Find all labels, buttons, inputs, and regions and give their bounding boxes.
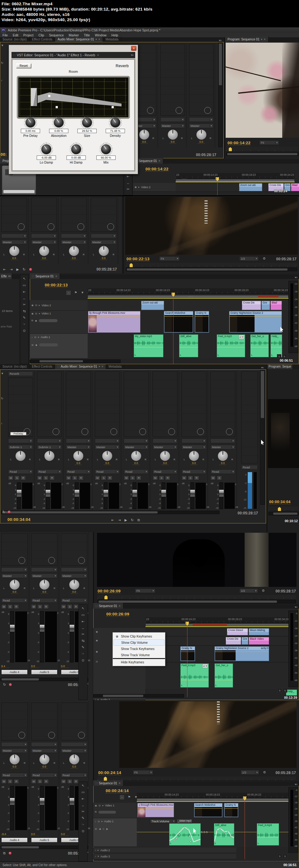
pan-knob[interactable] bbox=[10, 580, 20, 590]
program-timecode[interactable]: 00:00:34:04 bbox=[269, 500, 291, 504]
panel-menu-icon[interactable]: ▾≡ bbox=[295, 783, 299, 786]
room-handle[interactable] bbox=[56, 106, 58, 108]
volume-fader[interactable] bbox=[191, 483, 194, 509]
program-timecode[interactable]: 00:00:14:22 bbox=[228, 141, 251, 146]
output-assign-dropdown[interactable]: Master▾ bbox=[95, 445, 120, 450]
volume-fader[interactable] bbox=[17, 483, 21, 509]
vst-knob[interactable] bbox=[26, 118, 35, 127]
effects-rack[interactable] bbox=[31, 533, 58, 566]
volume-fader[interactable] bbox=[46, 483, 50, 509]
clip-feel-it[interactable]: Feel_it.mp3 el ▾ L bbox=[217, 334, 245, 357]
program-marker-row[interactable] bbox=[226, 147, 298, 151]
clip-feel-it-keyframed[interactable]: Feel_it.mp3 L bbox=[257, 823, 279, 846]
output-assign-dropdown[interactable]: Master▾ bbox=[1, 748, 28, 753]
close-icon[interactable]: × bbox=[119, 781, 121, 785]
pan-knob[interactable] bbox=[168, 130, 178, 140]
pan-knob[interactable] bbox=[102, 451, 112, 461]
keyframe-nav-icon[interactable]: ◆ bbox=[35, 319, 37, 322]
track-volume-dropdown[interactable]: Track:Volume▾ bbox=[150, 819, 176, 824]
effects-rack[interactable]: 0.00 ms PreDelay bbox=[8, 377, 33, 437]
pan-knob[interactable] bbox=[39, 246, 49, 256]
ripple-edit-tool-icon[interactable]: ⇤ bbox=[23, 290, 26, 294]
solo-right-button[interactable]: S bbox=[283, 854, 287, 858]
record-arm-button[interactable]: R bbox=[136, 475, 141, 480]
vst-knob-value[interactable]: 0.00 dB bbox=[67, 155, 86, 160]
clip-my-sister[interactable]: My_sister.mp3 L bbox=[134, 334, 164, 357]
vst-knob-value[interactable]: -6.00 dB bbox=[37, 155, 56, 160]
automation-mode-dropdown[interactable]: Read▾ bbox=[124, 469, 148, 474]
context-menu-item[interactable]: Show Clip Volume bbox=[113, 640, 164, 646]
rolling-edit-tool-icon[interactable]: ↔ bbox=[81, 803, 85, 807]
output-assign-dropdown[interactable]: Master▾ bbox=[1, 574, 28, 578]
shield-icon[interactable]: ▼ bbox=[81, 291, 84, 295]
record-button[interactable] bbox=[9, 852, 11, 855]
tab-sequence[interactable]: ⸬Sequence 01× bbox=[93, 603, 123, 609]
pan-value[interactable]: 0.0 bbox=[141, 140, 147, 144]
speaker-icon[interactable]: ♪ bbox=[95, 820, 96, 823]
output-assign-dropdown[interactable]: Master▾ bbox=[1, 240, 27, 244]
pan-control[interactable]: LR 0.0 bbox=[189, 130, 213, 147]
close-icon[interactable]: × bbox=[99, 38, 100, 41]
mute-button[interactable]: M bbox=[210, 475, 216, 480]
collapse-icon[interactable]: ▾ bbox=[38, 336, 39, 339]
mute-button[interactable]: M bbox=[31, 779, 36, 784]
pan-value[interactable]: 0.0 bbox=[169, 140, 176, 144]
chevron-down-icon[interactable]: ▾ bbox=[96, 38, 97, 41]
collapse-icon[interactable]: ▼ bbox=[1, 372, 4, 375]
effects-rack[interactable] bbox=[181, 371, 206, 437]
timeline-timecode[interactable]: 00:00:26:09 bbox=[106, 612, 129, 617]
clip-feel-it[interactable]: Feel_it.mp3 el ▾ L bbox=[180, 663, 209, 688]
record-arm-button[interactable]: R bbox=[49, 475, 55, 480]
send-assign-dropdown[interactable]: ▾ bbox=[31, 742, 58, 747]
clip-blad[interactable]: Blad bbox=[270, 301, 282, 310]
zoom-level-dropdown[interactable]: Fit▾ bbox=[159, 256, 180, 261]
clip-pink-blossoms[interactable]: y through Pink Blossoms.mov bbox=[137, 803, 174, 817]
vst-knob-value[interactable]: 66.00 % bbox=[96, 155, 115, 160]
effects-rack[interactable] bbox=[66, 371, 91, 437]
room-handle[interactable] bbox=[111, 106, 114, 108]
playback-res-dropdown[interactable]: 1/2▾ bbox=[240, 770, 259, 775]
vst-knob-value[interactable]: 0.00 ms bbox=[21, 129, 40, 133]
settings-wrench-icon[interactable]: ⚙ bbox=[263, 256, 266, 260]
context-menu-item[interactable]: Hide Keyframes bbox=[113, 659, 165, 665]
pen-tool-icon[interactable]: ✎ bbox=[23, 316, 26, 320]
selection-tool-icon[interactable]: ↖ bbox=[23, 277, 26, 281]
send-assign-dropdown[interactable]: ▾ bbox=[1, 742, 28, 747]
automation-mode-dropdown[interactable]: Read bbox=[241, 465, 258, 470]
clip-gre[interactable]: Gre bbox=[261, 301, 270, 310]
room-handle[interactable] bbox=[48, 95, 51, 97]
automation-mode-dropdown[interactable]: Read▾ bbox=[210, 469, 235, 474]
marker-icon[interactable] bbox=[229, 147, 232, 151]
send-assign-dropdown[interactable]: ▾ bbox=[1, 567, 28, 572]
solo-button[interactable]: S bbox=[43, 475, 48, 480]
volume-fader[interactable] bbox=[10, 786, 14, 830]
clip-still-alive-keyframed[interactable]: Still_alive L bbox=[214, 823, 234, 846]
tab-program[interactable]: Program: Sequence 01 ▾ × bbox=[225, 36, 269, 42]
clip-still-alive[interactable]: Still_alive L bbox=[179, 334, 198, 357]
pan-control[interactable]: LR 0.0 bbox=[153, 451, 177, 468]
slip-tool-icon[interactable]: ⇆ bbox=[81, 639, 84, 643]
pan-knob[interactable] bbox=[218, 451, 228, 461]
speaker-icon[interactable]: ♪ bbox=[31, 336, 33, 339]
timeline-timecode[interactable]: 00:00:24:14 bbox=[106, 788, 129, 793]
marker-icon[interactable] bbox=[130, 263, 133, 267]
timeline-ruler[interactable]: 2300:00:14:2300:00:19:2300:00:24:23 bbox=[176, 173, 295, 179]
volume-fader[interactable] bbox=[220, 483, 223, 509]
tab-source[interactable]: Source: (no clips) bbox=[0, 364, 30, 369]
clip-help[interactable]: Help_ bbox=[286, 689, 297, 696]
pan-knob[interactable] bbox=[39, 754, 49, 765]
pan-control[interactable]: LR 0.0 bbox=[91, 246, 117, 263]
mute-button[interactable]: M bbox=[153, 475, 158, 480]
goto-out-icon[interactable]: ⇥ bbox=[10, 268, 12, 272]
clip-blad[interactable]: Blad bbox=[291, 183, 299, 191]
vst-knob[interactable] bbox=[110, 118, 120, 127]
clip-cross-dis[interactable]: Cross Dis bbox=[226, 637, 241, 645]
clip-cross-dissol[interactable]: Cross Dissol bbox=[227, 628, 248, 636]
timeline-hscrollbar[interactable] bbox=[30, 360, 121, 363]
pan-control[interactable]: LR 0.0 bbox=[31, 754, 58, 771]
vst-knob[interactable] bbox=[54, 118, 64, 127]
send-assign-dropdown[interactable]: ▾ bbox=[31, 567, 58, 572]
predelay-value[interactable]: 0.00 bbox=[10, 426, 26, 429]
effects-rack[interactable] bbox=[160, 44, 185, 116]
output-assign-dropdown[interactable]: Master▾ bbox=[31, 748, 58, 753]
